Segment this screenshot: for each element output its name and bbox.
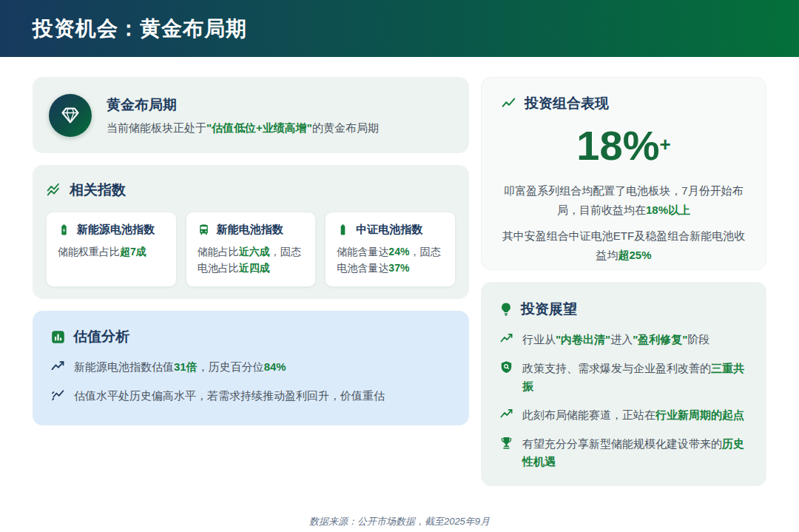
index-item-csi-battery: 中证电池指数 储能含量达24%，固态电池含量达37% bbox=[325, 212, 456, 287]
big-number-value: 18% bbox=[576, 122, 659, 169]
outlook-title: 投资展望 bbox=[521, 300, 577, 319]
left-column: 黄金布局期 当前储能板块正处于"估值低位+业绩高增"的黄金布局期 相关指数 bbox=[33, 77, 469, 486]
outlook-bullet: 有望充分分享新型储能规模化建设带来的历史性机遇 bbox=[499, 435, 749, 471]
index-desc: 储能占比近六成，固态电池占比近四成 bbox=[198, 244, 305, 276]
valuation-card: 估值分析 新能源电池指数估值31倍，历史百分位84% 估值水平处历史偏 bbox=[33, 311, 469, 425]
outlook-bullet-text: 有望充分分享新型储能规模化建设带来的历史性机遇 bbox=[522, 435, 749, 471]
shield-search-icon bbox=[499, 360, 513, 374]
performance-paragraph: 其中安盈组合中证电池ETF及稳盈组合新能电池收益均超25% bbox=[501, 226, 746, 264]
right-column: 投资组合表现 18%+ 叩富盈系列组合均配置了电池板块，7月份开始布局，目前收益… bbox=[481, 77, 766, 486]
header-bar: 投资机会：黄金布局期 bbox=[0, 0, 799, 57]
valuation-title: 估值分析 bbox=[73, 327, 129, 346]
big-number-plus: + bbox=[659, 133, 670, 155]
page-title: 投资机会：黄金布局期 bbox=[33, 15, 247, 43]
index-name: 新能电池指数 bbox=[217, 223, 283, 237]
trend-up-icon bbox=[499, 331, 513, 346]
index-item-header: 新能电池指数 bbox=[198, 223, 305, 237]
valuation-bullet-text: 新能源电池指数估值31倍，历史百分位84% bbox=[74, 358, 451, 375]
gem-icon bbox=[49, 94, 92, 137]
bar-chart-icon bbox=[50, 329, 66, 345]
lightbulb-icon bbox=[499, 302, 513, 317]
valuation-bullet-text: 估值水平处历史偏高水平，若需求持续推动盈利回升，价值重估 bbox=[74, 387, 451, 404]
main-content: 黄金布局期 当前储能板块正处于"估值低位+业绩高增"的黄金布局期 相关指数 bbox=[0, 57, 799, 486]
outlook-bullet-text: 政策支持、需求爆发与企业盈利改善的三重共振 bbox=[522, 360, 749, 395]
index-desc: 储能含量达24%，固态电池含量达37% bbox=[337, 244, 444, 276]
valuation-heading: 估值分析 bbox=[50, 327, 451, 346]
golden-period-desc: 当前储能板块正处于"估值低位+业绩高增"的黄金布局期 bbox=[107, 121, 379, 135]
outlook-bullet: 此刻布局储能赛道，正站在行业新周期的起点 bbox=[499, 406, 749, 424]
index-item-header: 中证电池指数 bbox=[337, 223, 444, 237]
outlook-bullet: 政策支持、需求爆发与企业盈利改善的三重共振 bbox=[499, 360, 749, 395]
index-item-header: 新能源电池指数 bbox=[58, 223, 165, 237]
investment-outlook-card: 投资展望 行业从"内卷出清"进入"盈利修复"阶段 bbox=[481, 282, 766, 486]
line-chart-icon bbox=[501, 95, 517, 112]
performance-paragraph: 叩富盈系列组合均配置了电池板块，7月份开始布局，目前收益均在18%以上 bbox=[501, 181, 746, 219]
performance-big-number: 18%+ bbox=[501, 125, 746, 166]
performance-heading: 投资组合表现 bbox=[501, 94, 746, 113]
index-item-new-battery: 新能电池指数 储能占比近六成，固态电池占比近四成 bbox=[186, 212, 317, 287]
battery-full-icon bbox=[337, 223, 349, 236]
golden-period-text: 黄金布局期 当前储能板块正处于"估值低位+业绩高增"的黄金布局期 bbox=[107, 95, 379, 135]
battery-charging-icon bbox=[58, 223, 70, 236]
related-indices-heading: 相关指数 bbox=[46, 181, 456, 200]
index-name: 新能源电池指数 bbox=[77, 223, 155, 237]
related-indices-title: 相关指数 bbox=[70, 181, 126, 200]
outlook-heading: 投资展望 bbox=[499, 300, 749, 319]
golden-period-card: 黄金布局期 当前储能板块正处于"估值低位+业绩高增"的黄金布局期 bbox=[33, 77, 469, 153]
trend-up-icon bbox=[499, 407, 513, 421]
related-indices-card: 相关指数 新能源电池指数 储能权重占比超7成 bbox=[33, 165, 469, 299]
performance-title: 投资组合表现 bbox=[525, 94, 609, 113]
double-trend-icon bbox=[46, 182, 62, 198]
index-desc: 储能权重占比超7成 bbox=[58, 244, 165, 260]
outlook-bullet-text: 此刻布局储能赛道，正站在行业新周期的起点 bbox=[522, 406, 749, 424]
golden-period-title: 黄金布局期 bbox=[107, 95, 379, 115]
outlook-bullet-text: 行业从"内卷出清"进入"盈利修复"阶段 bbox=[522, 331, 749, 349]
trophy-icon bbox=[499, 436, 513, 450]
indices-row: 新能源电池指数 储能权重占比超7成 bbox=[46, 212, 456, 287]
zigzag-icon bbox=[50, 388, 65, 403]
outlook-bullet: 行业从"内卷出清"进入"盈利修复"阶段 bbox=[499, 331, 749, 349]
valuation-bullet: 估值水平处历史偏高水平，若需求持续推动盈利回升，价值重估 bbox=[50, 387, 451, 404]
portfolio-performance-card: 投资组合表现 18%+ 叩富盈系列组合均配置了电池板块，7月份开始布局，目前收益… bbox=[481, 77, 766, 270]
data-source-note: 数据来源：公开市场数据，截至2025年9月 bbox=[0, 515, 799, 528]
index-name: 中证电池指数 bbox=[356, 223, 422, 237]
valuation-bullet: 新能源电池指数估值31倍，历史百分位84% bbox=[50, 358, 451, 375]
index-item-new-energy-battery: 新能源电池指数 储能权重占比超7成 bbox=[46, 212, 177, 287]
ev-car-icon bbox=[198, 223, 210, 236]
trend-up-icon bbox=[50, 359, 65, 374]
